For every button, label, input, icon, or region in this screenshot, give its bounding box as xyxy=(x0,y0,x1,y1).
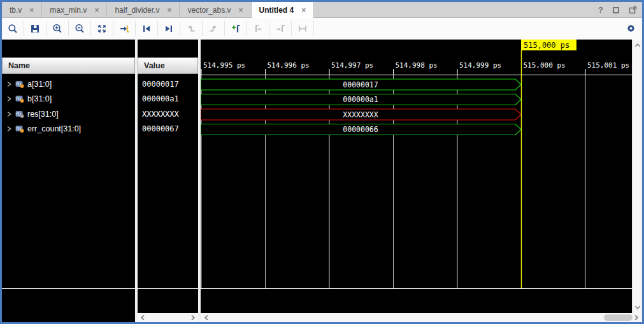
value-list: 00000017 000000a1 XXXXXXXX 00000067 xyxy=(138,77,198,136)
previous-edge-button[interactable] xyxy=(180,21,203,36)
gear-icon xyxy=(626,23,636,34)
close-icon[interactable]: × xyxy=(239,6,243,15)
scroll-down-icon[interactable] xyxy=(634,304,641,311)
axis-tick-label: 514,996 ps xyxy=(268,61,310,70)
waveform-canvas[interactable]: 514,995 ps 514,996 ps 514,997 ps 514,998… xyxy=(201,40,632,313)
marker-previous-icon xyxy=(253,24,263,34)
tab-label: half_divider.v xyxy=(115,6,159,15)
signal-row-err-count[interactable]: err_count[31:0] xyxy=(2,122,135,137)
zoom-fit-icon xyxy=(97,24,107,34)
expand-chevron-icon[interactable] xyxy=(6,126,12,132)
signal-name: a[31:0] xyxy=(27,80,52,89)
axis-tick-label: 514,999 ps xyxy=(459,61,501,70)
scrollbar-thumb[interactable] xyxy=(604,314,633,321)
expand-chevron-icon[interactable] xyxy=(6,81,12,87)
value-column-header[interactable]: Value xyxy=(138,57,198,74)
save-button[interactable] xyxy=(24,21,47,36)
time-axis: 514,995 ps 514,996 ps 514,997 ps 514,998… xyxy=(201,61,632,75)
expand-chevron-icon[interactable] xyxy=(6,96,12,102)
panel-divider-line xyxy=(138,288,198,289)
waveform-toolbar xyxy=(2,18,642,40)
values-horizontal-scrollbar[interactable] xyxy=(138,313,198,322)
time-cursor[interactable]: 515,000 ps xyxy=(521,40,576,288)
next-transition-button[interactable] xyxy=(158,21,180,36)
bus-signal-icon xyxy=(15,95,24,103)
previous-transition-icon xyxy=(141,24,152,34)
signal-value-b: 000000a1 xyxy=(138,92,198,107)
signal-name: b[31:0] xyxy=(27,94,52,103)
next-edge-icon xyxy=(208,24,218,34)
tab-max_min.v[interactable]: max_min.v × xyxy=(42,2,107,18)
save-icon xyxy=(30,24,40,34)
waveform-viewer-window: tb.v × max_min.v × half_divider.v × vect… xyxy=(0,0,644,324)
axis-tick-label: 514,997 ps xyxy=(331,61,373,70)
signal-row-a[interactable]: a[31:0] xyxy=(2,77,135,92)
bus-waveforms: 00000017 000000a1 XXXXXXXX 00000066 xyxy=(201,79,521,135)
tab-label: Untitled 4 xyxy=(259,6,294,15)
find-button[interactable] xyxy=(2,21,24,36)
signal-value-err-count: 00000067 xyxy=(138,122,198,137)
waveform-vertical-scrollbar[interactable] xyxy=(633,40,641,313)
tab-untitled-4[interactable]: Untitled 4 × xyxy=(252,2,315,18)
axis-tick-label: 514,998 ps xyxy=(396,61,438,70)
previous-transition-button[interactable] xyxy=(136,21,158,36)
scroll-right-icon[interactable] xyxy=(189,314,197,321)
zoom-out-button[interactable] xyxy=(69,21,91,36)
add-marker-icon xyxy=(231,24,241,34)
signal-row-res[interactable]: res[31:0] xyxy=(2,107,135,122)
marker-next-icon xyxy=(275,24,285,34)
bus-value-b: 000000a1 xyxy=(343,95,378,104)
grid-lines xyxy=(201,75,585,288)
window-controls: ? xyxy=(598,2,637,18)
tab-half_divider.v[interactable]: half_divider.v × xyxy=(107,2,180,18)
waveform-horizontal-scrollbar[interactable] xyxy=(201,313,641,322)
go-to-cursor-button[interactable] xyxy=(113,21,136,36)
expand-chevron-icon[interactable] xyxy=(6,111,12,117)
find-icon xyxy=(8,24,18,34)
signal-name: res[31:0] xyxy=(27,110,59,119)
bus-signal-icon xyxy=(15,125,24,133)
help-icon[interactable]: ? xyxy=(598,5,603,15)
close-icon[interactable]: × xyxy=(29,6,34,15)
signal-tree: a[31:0] b[31:0] res[31:0] xyxy=(2,77,135,136)
tab-label: tb.v xyxy=(10,6,22,15)
signal-name: err_count[31:0] xyxy=(27,124,81,133)
fit-between-markers-button[interactable] xyxy=(292,21,314,36)
name-column-header[interactable]: Name xyxy=(2,57,135,74)
cursor-time-label: 515,000 ps xyxy=(524,41,569,50)
zoom-out-icon xyxy=(75,24,85,34)
zoom-fit-button[interactable] xyxy=(91,21,113,36)
marker-previous-button[interactable] xyxy=(247,21,269,36)
scroll-left-icon[interactable] xyxy=(203,314,210,321)
go-to-cursor-icon xyxy=(119,24,129,34)
close-icon[interactable]: × xyxy=(301,6,306,15)
panel-divider-line xyxy=(2,288,135,289)
panel-divider-line xyxy=(201,288,632,289)
axis-tick-label: 515,001 ps xyxy=(587,61,629,70)
next-transition-icon xyxy=(164,24,174,34)
bus-signal-icon xyxy=(15,110,24,118)
tab-vector_abs.v[interactable]: vector_abs.v × xyxy=(180,2,251,18)
add-marker-button[interactable] xyxy=(225,21,247,36)
zoom-in-button[interactable] xyxy=(47,21,69,36)
tab-tb.v[interactable]: tb.v × xyxy=(2,2,42,18)
signal-value-panel: Value 00000017 000000a1 XXXXXXXX 0000006… xyxy=(138,40,198,322)
waveform-plot[interactable]: 514,995 ps 514,996 ps 514,997 ps 514,998… xyxy=(201,40,632,289)
signal-value-res: XXXXXXXX xyxy=(138,107,198,122)
scroll-up-icon[interactable] xyxy=(634,41,641,49)
scroll-left-icon[interactable] xyxy=(139,314,147,321)
float-window-icon[interactable] xyxy=(629,6,637,14)
close-icon[interactable]: × xyxy=(167,6,171,15)
axis-tick-label: 514,995 ps xyxy=(203,61,245,70)
fit-between-markers-icon xyxy=(297,24,308,34)
scroll-right-icon[interactable] xyxy=(633,314,640,321)
axis-tick-label: 515,000 ps xyxy=(524,61,566,70)
next-edge-button[interactable] xyxy=(203,21,225,36)
close-icon[interactable]: × xyxy=(94,6,99,15)
signal-row-b[interactable]: b[31:0] xyxy=(2,92,135,107)
bus-signal-icon xyxy=(15,80,24,88)
tab-label: max_min.v xyxy=(50,6,87,15)
maximize-icon[interactable] xyxy=(613,7,619,13)
settings-button[interactable] xyxy=(626,23,636,36)
marker-next-button[interactable] xyxy=(269,21,292,36)
